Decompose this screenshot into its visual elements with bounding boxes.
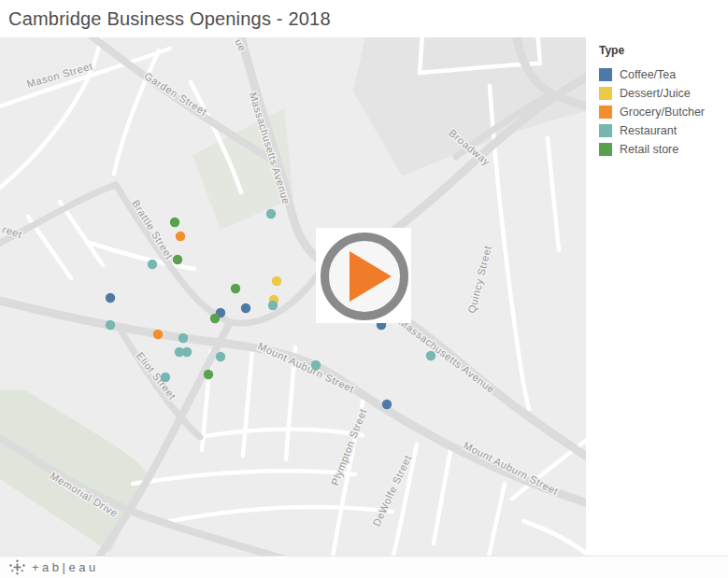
map-parks (0, 37, 586, 553)
map-point[interactable] (182, 347, 192, 357)
map-point[interactable] (231, 284, 240, 293)
map-point[interactable] (106, 293, 115, 303)
tableau-logo[interactable]: +ab|eau (9, 559, 99, 575)
map-point[interactable] (153, 330, 163, 339)
play-button[interactable] (316, 228, 411, 323)
map-point[interactable] (161, 373, 170, 382)
map-point[interactable] (216, 352, 225, 361)
footer: +ab|eau (0, 556, 728, 578)
legend-item[interactable]: Restaurant (599, 121, 728, 140)
street-label: Eliot Street (135, 350, 178, 402)
map-point[interactable] (426, 351, 435, 360)
legend-item[interactable]: Grocery/Butcher (599, 103, 728, 121)
legend-swatch (599, 124, 612, 137)
map-point[interactable] (148, 260, 157, 269)
map-point[interactable] (241, 303, 250, 313)
play-icon (316, 228, 411, 323)
map-point[interactable] (176, 232, 185, 241)
tableau-dashboard: Cambridge Business Openings - 2018 (0, 0, 728, 578)
legend-item-label: Retail store (620, 143, 678, 156)
legend-item-label: Restaurant (620, 124, 677, 137)
map-point[interactable] (204, 370, 213, 379)
page-title: Cambridge Business Openings - 2018 (8, 8, 331, 30)
legend: Type Coffee/TeaDessert/JuiceGrocery/Butc… (586, 37, 728, 556)
map-point[interactable] (272, 276, 281, 286)
map-point[interactable] (106, 320, 115, 330)
tableau-logo-icon (9, 559, 25, 575)
map-point[interactable] (178, 333, 188, 343)
legend-item[interactable]: Retail store (599, 140, 728, 159)
street-label: Mount Auburn Street (462, 440, 561, 498)
legend-swatch (599, 143, 612, 156)
legend-item-label: Coffee/Tea (620, 68, 676, 81)
street-label: Massachusetts Avenue (397, 316, 497, 395)
map[interactable]: Mason StreetGarden StreetMassachusetts A… (0, 37, 586, 556)
legend-swatch (599, 87, 612, 100)
legend-item[interactable]: Coffee/Tea (599, 65, 728, 84)
legend-swatch (599, 106, 612, 119)
legend-item-label: Grocery/Butcher (620, 106, 705, 119)
street-label: Brattle Street (130, 198, 176, 261)
street-label: Quincy Street (465, 244, 493, 314)
legend-swatch (599, 68, 612, 81)
street-label: Mount Auburn Street (256, 340, 356, 394)
map-point[interactable] (266, 209, 276, 219)
tableau-logo-text: +ab|eau (32, 560, 99, 574)
street-label: Garden Street (142, 70, 209, 118)
map-point[interactable] (268, 301, 278, 310)
map-point[interactable] (170, 218, 179, 227)
legend-items: Coffee/TeaDessert/JuiceGrocery/ButcherRe… (599, 65, 728, 159)
map-point[interactable] (210, 314, 220, 323)
legend-title: Type (599, 44, 728, 57)
map-point[interactable] (173, 255, 182, 264)
map-point[interactable] (382, 400, 392, 409)
legend-item[interactable]: Dessert/Juice (599, 84, 728, 103)
map-point[interactable] (311, 360, 321, 370)
legend-item-label: Dessert/Juice (620, 87, 691, 100)
